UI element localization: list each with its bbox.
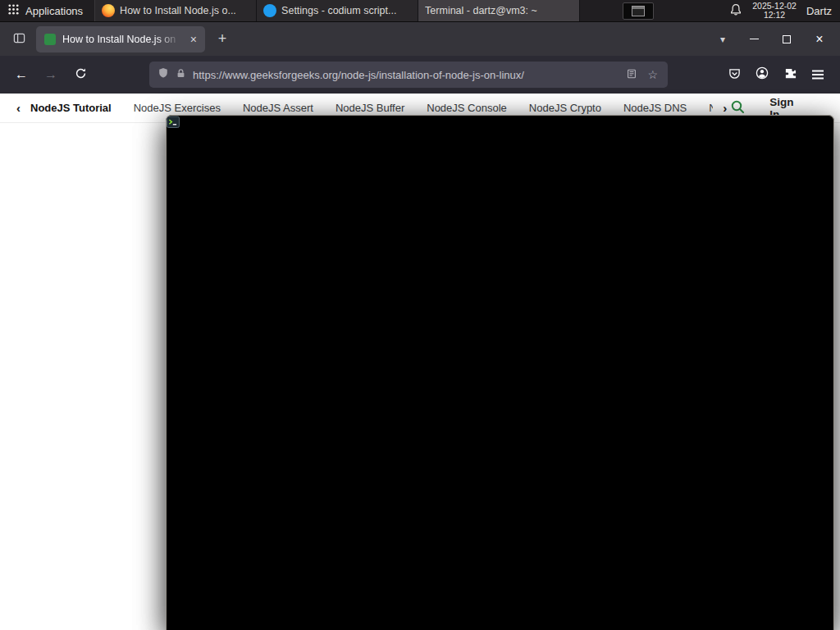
window-close-button[interactable]: × — [806, 22, 833, 56]
bookmark-star-button[interactable]: ☆ — [646, 68, 660, 81]
site-nav-link[interactable]: NodeJS Assert — [243, 102, 313, 114]
toolbar-right-icons — [720, 62, 832, 88]
list-all-tabs-button[interactable]: ▾ — [710, 27, 735, 52]
workspace-thumbnail — [632, 6, 645, 16]
window-title: Settings - codium script... — [281, 5, 411, 16]
account-button[interactable] — [748, 62, 776, 88]
site-nav-link[interactable]: NodeJS Exercises — [134, 102, 221, 114]
site-nav-link[interactable]: NodeJS Buffer — [336, 102, 404, 114]
navigation-toolbar: ← → https://www.geeksforgeeks.org/node-j… — [0, 56, 840, 94]
hamburger-icon — [812, 74, 824, 75]
site-nav-link[interactable]: NodeJS DNS — [623, 102, 687, 114]
window-icon — [263, 4, 276, 17]
close-icon: × — [190, 33, 197, 46]
account-icon — [756, 66, 769, 83]
tab-favicon-geeksforgeeks — [44, 34, 56, 45]
notifications-button[interactable] — [729, 3, 742, 19]
taskbar-window-button[interactable]: Settings - codium script... — [257, 0, 418, 21]
window-title: Terminal - dartz@vm3: ~ — [425, 5, 573, 16]
pocket-button[interactable] — [720, 62, 748, 88]
site-nav-link[interactable]: Node — [709, 102, 713, 114]
taskbar-window-button[interactable]: How to Install Node.js o... — [95, 0, 257, 21]
window-title: How to Install Node.js o... — [120, 5, 249, 16]
user-menu-button[interactable]: Dartz — [806, 5, 832, 17]
clock[interactable]: 2025-12-02 12:12 — [752, 2, 797, 21]
bell-icon — [729, 3, 742, 19]
taskbar-windows: How to Install Node.js o... Settings - c… — [95, 0, 580, 21]
firefox-view-icon — [13, 32, 25, 47]
window-icon — [102, 4, 115, 17]
tab-strip: How to Install Node.js on × + ▾ × — [0, 22, 840, 56]
firefox-view-button[interactable] — [7, 27, 31, 52]
workspace-switcher[interactable] — [623, 2, 654, 20]
pocket-icon — [728, 67, 741, 83]
taskbar-status-area: 2025-12-02 12:12 Dartz — [729, 0, 840, 21]
close-icon: × — [815, 33, 823, 46]
chevron-down-icon: ▾ — [720, 34, 725, 45]
site-nav-link[interactable]: NodeJS Console — [427, 102, 507, 114]
window-minimize-button[interactable] — [740, 22, 768, 56]
new-tab-button[interactable]: + — [210, 27, 235, 52]
url-text: https://www.geeksforgeeks.org/node-js/in… — [193, 69, 618, 81]
reader-mode-icon — [626, 68, 637, 82]
back-button[interactable]: ← — [8, 62, 34, 88]
tab-title: How to Install Node.js on — [62, 34, 180, 45]
reload-icon — [75, 67, 87, 83]
applications-label: Applications — [25, 5, 83, 17]
search-button[interactable] — [730, 99, 745, 116]
forward-button[interactable]: → — [38, 62, 64, 88]
minimize-icon — [750, 39, 759, 40]
menu-button[interactable] — [804, 62, 832, 88]
browser-tab[interactable]: How to Install Node.js on × — [36, 26, 205, 52]
tracking-protection-shield-icon[interactable] — [158, 67, 169, 82]
applications-grid-icon — [7, 3, 20, 18]
nav-scroll-right-button[interactable]: › — [719, 101, 730, 115]
taskbar-window-button[interactable]: Terminal - dartz@vm3: ~ — [418, 0, 580, 21]
site-nav-links: NodeJS TutorialNodeJS ExercisesNodeJS As… — [30, 102, 713, 114]
site-nav-link[interactable]: NodeJS Crypto — [529, 102, 601, 114]
clock-time: 12:12 — [752, 11, 797, 21]
nav-scroll-left-button[interactable]: ‹ — [13, 101, 24, 115]
desktop-screen: Applications How to Install Node.js o...… — [0, 0, 840, 630]
window-maximize-button[interactable] — [773, 22, 801, 56]
extensions-puzzle-icon — [784, 67, 797, 83]
site-nav-link[interactable]: NodeJS Tutorial — [30, 102, 112, 114]
taskbar: Applications How to Install Node.js o...… — [0, 0, 840, 22]
tab-close-button[interactable]: × — [187, 34, 200, 45]
search-icon — [730, 99, 745, 116]
applications-menu-button[interactable]: Applications — [0, 0, 95, 21]
url-bar[interactable]: https://www.geeksforgeeks.org/node-js/in… — [149, 62, 668, 88]
reload-button[interactable] — [67, 62, 94, 88]
extensions-button[interactable] — [776, 62, 804, 88]
maximize-icon — [783, 35, 791, 43]
reader-mode-button[interactable] — [624, 68, 639, 82]
lock-icon[interactable] — [176, 67, 186, 82]
